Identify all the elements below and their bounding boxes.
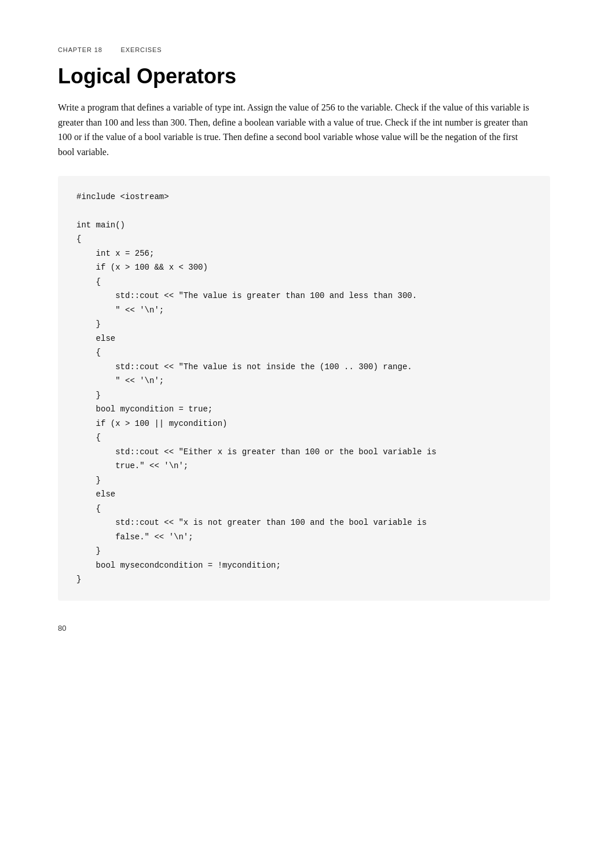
code-content: #include <iostream> int main() { int x =… [76,192,437,584]
code-block: #include <iostream> int main() { int x =… [58,176,550,601]
section-label: EXERCISES [121,46,162,53]
chapter-label: CHAPTER 18 [58,46,102,53]
page-title: Logical Operators [58,64,550,89]
page-number: 80 [58,624,550,632]
description-text: Write a program that defines a variable … [58,100,533,159]
chapter-header: CHAPTER 18 EXERCISES [58,46,550,53]
